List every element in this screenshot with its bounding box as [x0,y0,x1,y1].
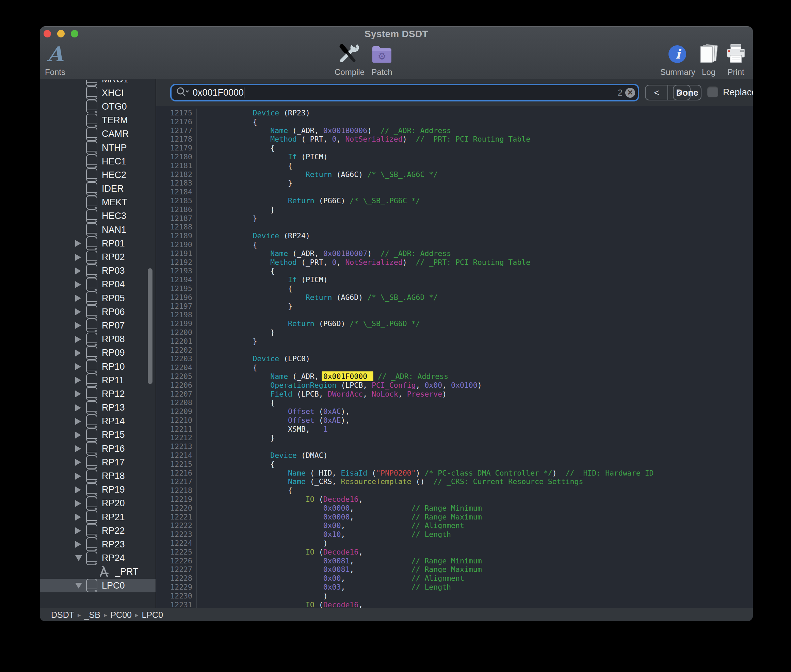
tree-item-rp16[interactable]: RP16 [40,442,155,456]
tree-item-label: RP20 [102,498,125,509]
disclosure-triangle-icon[interactable] [75,390,86,397]
disclosure-triangle-icon[interactable] [75,445,86,452]
disclosure-triangle-icon[interactable] [75,240,86,247]
tree-item-rp02[interactable]: RP02 [40,250,155,264]
tree-item-rp19[interactable]: RP19 [40,483,155,497]
sidebar-scrollbar[interactable] [148,268,152,384]
disclosure-triangle-icon[interactable] [75,377,86,384]
tree-item-rp12[interactable]: RP12 [40,387,155,401]
tree-item-rp08[interactable]: RP08 [40,333,155,346]
tree-item-label: RP01 [102,238,125,249]
tree-item-otg0[interactable]: OTG0 [40,100,155,114]
breadcrumb-item-dsdt[interactable]: DSDT [51,610,74,620]
printer-icon [722,42,749,67]
disclosure-triangle-icon[interactable] [75,486,86,493]
patch-button[interactable]: ⚙ Patch [368,42,395,77]
tree-item-mro1[interactable]: MRO1 [40,80,155,86]
clear-search-icon[interactable]: ✕ [625,88,635,98]
code-text: XSMB, 1 [217,425,328,434]
tree-item-rp17[interactable]: RP17 [40,456,155,469]
tree-item-rp04[interactable]: RP04 [40,278,155,291]
done-button[interactable]: Done [673,85,702,101]
tree-item-ider[interactable]: IDER [40,182,155,196]
tree-item-lpc0[interactable]: LPC0 [40,579,155,592]
compile-button[interactable]: Compile [335,42,362,77]
disclosure-triangle-icon[interactable] [75,541,86,548]
disclosure-triangle-icon[interactable] [75,254,86,261]
code-text: } [217,434,275,442]
tree-item-rp18[interactable]: RP18 [40,469,155,483]
disclosure-triangle-icon[interactable] [75,514,86,520]
tree-item-rp09[interactable]: RP09 [40,346,155,360]
tree-item-rp21[interactable]: RP21 [40,510,155,524]
tree-item-xhci[interactable]: XHCI [40,86,155,100]
code-line: 12209 Offset (0xAC), [156,407,753,416]
tree-item-mekt[interactable]: MEKT [40,196,155,210]
disclosure-triangle-icon[interactable] [75,500,86,507]
tree-item-camr[interactable]: CAMR [40,127,155,141]
tree-item-hec2[interactable]: HEC2 [40,168,155,182]
disclosure-triangle-icon[interactable] [75,432,86,438]
tree-item-hec3[interactable]: HEC3 [40,210,155,223]
tree-item-rp05[interactable]: RP05 [40,291,155,305]
tree-item-rp22[interactable]: RP22 [40,524,155,538]
disclosure-triangle-icon[interactable] [75,459,86,466]
log-button[interactable]: Log [695,42,722,77]
search-match-highlight: 0x001F0000 [322,371,373,381]
disclosure-triangle-icon[interactable] [75,555,86,561]
tree-item-rp23[interactable]: RP23 [40,538,155,551]
disclosure-triangle-icon[interactable] [75,281,86,288]
disclosure-triangle-icon[interactable] [75,473,86,480]
code-line: 12191 Name (_ADR, 0x001B0007) // _ADR: A… [156,249,753,258]
code-editor[interactable]: 12175 Device (RP23)12176 {12177 Name (_A… [156,106,753,608]
breadcrumb-item-_sb[interactable]: _SB [85,610,101,620]
line-number: 12195 [156,284,197,293]
tree-item-rp06[interactable]: RP06 [40,305,155,318]
disclosure-triangle-icon[interactable] [75,418,86,425]
tree-item-rp14[interactable]: RP14 [40,414,155,428]
replace-label: Replace [723,87,753,98]
disclosure-triangle-icon[interactable] [75,322,86,329]
disclosure-triangle-icon[interactable] [75,336,86,343]
summary-button[interactable]: i Summary [660,42,694,77]
disclosure-triangle-icon[interactable] [75,583,86,589]
tree-item-label: RP03 [102,266,125,276]
tree-item-_prt[interactable]: _PRT [40,565,155,579]
breadcrumb-separator-icon: ▸ [78,611,81,619]
replace-checkbox[interactable] [707,86,718,98]
disclosure-triangle-icon[interactable] [75,363,86,370]
tree-item-nan1[interactable]: NAN1 [40,223,155,237]
tree-item-rp01[interactable]: RP01 [40,237,155,250]
print-button[interactable]: Print [722,42,749,77]
code-line: 12178 Method (_PRT, 0, NotSerialized) //… [156,135,753,144]
tree-item-rp07[interactable]: RP07 [40,318,155,332]
tree-item-rp03[interactable]: RP03 [40,264,155,278]
breadcrumb-item-pc00[interactable]: PC00 [110,610,132,620]
disclosure-triangle-icon[interactable] [75,527,86,534]
tree-item-rp24[interactable]: RP24 [40,552,155,565]
line-number: 12226 [156,557,197,565]
fonts-button[interactable]: A Fonts [43,42,67,77]
search-input[interactable]: 0x001F0000 2 ✕ [170,84,639,101]
find-previous-button[interactable]: < [646,85,668,100]
breadcrumb-item-lpc0[interactable]: LPC0 [142,610,163,620]
disclosure-triangle-icon[interactable] [75,405,86,411]
disclosure-triangle-icon[interactable] [75,309,86,315]
device-tree[interactable]: MRO1XHCIOTG0TERMCAMRNTHPHEC1HEC2IDERMEKT… [40,80,155,592]
code-line: 12211 XSMB, 1 [156,425,753,434]
tree-item-rp20[interactable]: RP20 [40,497,155,510]
tree-item-rp11[interactable]: RP11 [40,373,155,387]
tree-item-rp13[interactable]: RP13 [40,401,155,414]
tree-item-hec1[interactable]: HEC1 [40,155,155,168]
disclosure-triangle-icon[interactable] [75,267,86,274]
code-text: } [217,337,257,346]
disclosure-triangle-icon[interactable] [75,350,86,357]
tree-item-rp15[interactable]: RP15 [40,428,155,442]
tree-item-term[interactable]: TERM [40,114,155,127]
device-icon [86,497,97,510]
line-number: 12228 [156,574,197,583]
code-line: 12194 If (PICM) [156,275,753,284]
tree-item-nthp[interactable]: NTHP [40,141,155,155]
disclosure-triangle-icon[interactable] [75,295,86,302]
tree-item-rp10[interactable]: RP10 [40,360,155,373]
